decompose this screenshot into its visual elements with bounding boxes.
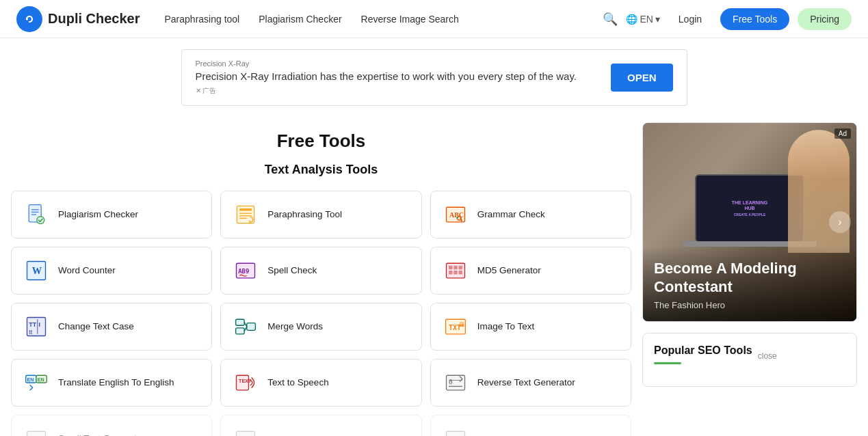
tool-card-spell-check[interactable]: AB9 Spell Check [220, 247, 421, 295]
small-text-icon: Aa [23, 425, 50, 436]
nav-paraphrasing[interactable]: Paraphrasing tool [164, 14, 239, 25]
svg-text:TT: TT [29, 321, 36, 328]
svg-point-1 [26, 18, 28, 20]
seo-close-button[interactable]: close [758, 351, 777, 361]
nav-plagiarism[interactable]: Plagiarism Checker [259, 14, 341, 25]
tool-card-md5-generator[interactable]: MD5 Generator [430, 247, 631, 295]
tool-card-paraphrasing-tool[interactable]: Paraphrasing Tool [220, 191, 421, 239]
tool-card-word-counter[interactable]: W Word Counter [11, 247, 212, 295]
grammar-check-icon: ABC [442, 201, 469, 228]
logo-text: Dupli Checker [48, 11, 140, 27]
sidebar-seo: Popular SEO Tools close [642, 333, 857, 387]
logo-icon [16, 6, 42, 32]
tool-card-small-text[interactable]: Aa Small Text Generator [11, 415, 212, 436]
seo-underline [654, 362, 681, 364]
svg-text:tt: tt [29, 329, 33, 336]
md5-generator-icon [442, 257, 469, 284]
reverse-text-icon: ð [442, 369, 469, 396]
tool-name: Spell Check [267, 264, 317, 277]
tool-name: Grammar Check [477, 208, 545, 221]
change-text-case-icon: TT tt I [23, 313, 50, 340]
svg-rect-24 [453, 271, 457, 274]
language-button[interactable]: 🌐 EN ▾ [626, 14, 659, 25]
svg-rect-32 [236, 328, 245, 334]
ad-open-button[interactable]: OPEN [611, 64, 673, 92]
ad-provider: Precision X-Ray [196, 59, 577, 68]
merge-words-icon [232, 313, 259, 340]
tool-name: MD5 Generator [477, 264, 541, 277]
svg-text:W: W [32, 265, 42, 276]
seo-title: Popular SEO Tools [654, 344, 752, 357]
ad-meta: ✕ 广告 [196, 86, 577, 96]
svg-rect-22 [458, 266, 462, 269]
tool-card-partial-2[interactable] [220, 415, 421, 436]
svg-text:I: I [39, 321, 41, 328]
sidebar-ad-next-button[interactable]: › [829, 211, 851, 233]
tools-area: Free Tools Text Analysis Tools Plagiaris… [11, 117, 631, 436]
translate-icon: EN EN [23, 369, 50, 396]
tools-grid-partial: Aa Small Text Generator [11, 415, 631, 436]
nav-actions: 🔍 🌐 EN ▾ Login Free Tools Pricing [603, 8, 852, 30]
tool-card-merge-words[interactable]: Merge Words [220, 303, 421, 351]
free-tools-nav-button[interactable]: Free Tools [720, 8, 789, 30]
svg-rect-33 [247, 323, 256, 331]
svg-text:TEXT: TEXT [239, 378, 252, 384]
tool-card-image-to-text[interactable]: TXT Image To Text [430, 303, 631, 351]
ad-text: Precision X-Ray Irradiation has the expe… [196, 70, 577, 82]
nav-reverse-image[interactable]: Reverse Image Search [361, 14, 459, 25]
seo-title-area: Popular SEO Tools [654, 344, 752, 367]
tool-card-grammar-check[interactable]: ABC Grammar Check [430, 191, 631, 239]
tool-name: Reverse Text Generator [477, 377, 575, 389]
tool-name: Paraphrasing Tool [267, 208, 342, 221]
svg-rect-21 [453, 266, 457, 269]
svg-text:TXT: TXT [449, 324, 461, 331]
svg-rect-31 [236, 319, 245, 325]
search-button[interactable]: 🔍 [603, 12, 618, 27]
svg-text:EN: EN [27, 377, 34, 383]
tool-card-partial-3[interactable] [430, 415, 631, 436]
svg-text:ð: ð [449, 379, 453, 385]
tool-name: Change Text Case [58, 321, 134, 333]
tool-card-text-to-speech[interactable]: TEXT Text to Speech [220, 359, 421, 407]
text-to-speech-icon: TEXT [232, 369, 259, 396]
sidebar-ad-image: THE LEARNINGHUB CREATE A PEOPLE Become A… [643, 123, 856, 321]
tool-name: Image To Text [477, 321, 535, 333]
seo-header: Popular SEO Tools close [654, 344, 845, 367]
svg-rect-49 [237, 431, 255, 436]
svg-point-0 [23, 12, 36, 26]
svg-text:ABC: ABC [449, 211, 464, 219]
tool-name: Small Text Generator [58, 433, 145, 436]
tool-card-translate-english[interactable]: EN EN Translate English To English [11, 359, 212, 407]
spell-check-icon: AB9 [232, 257, 259, 284]
svg-rect-23 [449, 271, 452, 274]
paraphrasing-tool-icon [232, 201, 259, 228]
login-button[interactable]: Login [668, 9, 712, 29]
sidebar: THE LEARNINGHUB CREATE A PEOPLE Become A… [631, 117, 857, 436]
tool-card-plagiarism-checker[interactable]: Plagiarism Checker [11, 191, 212, 239]
tool-name: Plagiarism Checker [58, 208, 138, 221]
sidebar-ad-badge: Ad [834, 128, 851, 139]
tools-grid: Plagiarism Checker Paraphrasing Tool [11, 191, 631, 407]
main-content: Free Tools Text Analysis Tools Plagiaris… [0, 117, 868, 436]
svg-text:AB9: AB9 [239, 268, 250, 275]
svg-rect-25 [458, 271, 462, 274]
plagiarism-checker-icon [23, 201, 50, 228]
tool-card-change-text-case[interactable]: TT tt I Change Text Case [11, 303, 212, 351]
tool-icon-partial-3 [442, 425, 469, 436]
sidebar-ad-subtitle: The Fashion Hero [654, 300, 845, 310]
page-title: Free Tools [11, 131, 631, 152]
tool-name: Translate English To English [58, 377, 174, 389]
tool-card-reverse-text[interactable]: ð Reverse Text Generator [430, 359, 631, 407]
image-to-text-icon: TXT [442, 313, 469, 340]
word-counter-icon: W [23, 257, 50, 284]
logo-area[interactable]: Dupli Checker [16, 6, 140, 32]
sidebar-ad-overlay: Become A Modeling Contestant The Fashion… [643, 246, 856, 321]
svg-rect-8 [239, 208, 252, 211]
section-title: Text Analysis Tools [11, 163, 631, 177]
sidebar-ad-title: Become A Modeling Contestant [654, 260, 845, 296]
svg-rect-20 [449, 266, 452, 269]
svg-text:EN: EN [38, 377, 44, 383]
pricing-button[interactable]: Pricing [798, 8, 852, 30]
sidebar-ad[interactable]: THE LEARNINGHUB CREATE A PEOPLE Become A… [642, 122, 857, 322]
tool-name: Merge Words [267, 321, 323, 333]
